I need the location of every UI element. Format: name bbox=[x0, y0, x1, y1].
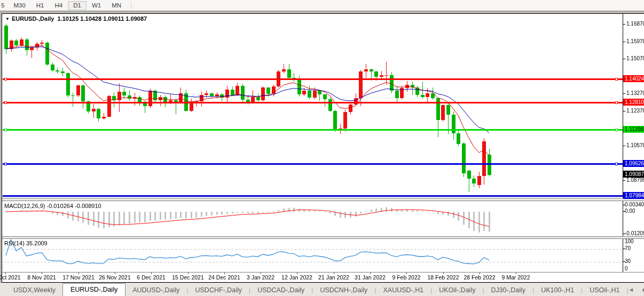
price-axis-label: 1.15070 bbox=[626, 55, 644, 61]
price-axis-label: 1.16870 bbox=[626, 21, 644, 27]
line-handle[interactable] bbox=[4, 78, 7, 81]
chart-ohlc-values: 1.10125 1.10428 1.09011 1.09087 bbox=[58, 15, 147, 22]
macd-axis-label: 0.0034080 bbox=[625, 202, 644, 207]
line-handle[interactable] bbox=[615, 129, 618, 131]
time-axis-label: 21 Jan 2022 bbox=[318, 274, 349, 281]
timeframe-button-w1[interactable]: W1 bbox=[87, 1, 106, 10]
price-axis-tick bbox=[623, 42, 625, 42]
pane-splitter[interactable] bbox=[2, 236, 644, 239]
price-axis-tick bbox=[623, 146, 625, 146]
price-axis-label: 1.15970 bbox=[626, 38, 644, 44]
chart-title: ▼EURUSD-,Daily 1.10125 1.10428 1.09011 1… bbox=[5, 15, 147, 22]
time-axis-label: 18 Feb 2022 bbox=[428, 274, 459, 281]
tab-scroll-right-button[interactable]: ► bbox=[642, 286, 644, 293]
timeframe-button-mn[interactable]: MN bbox=[106, 1, 127, 10]
line-handle[interactable] bbox=[615, 101, 618, 104]
timeframe-button-h1[interactable]: H1 bbox=[31, 1, 50, 10]
timeframe-toolbar: 5M30H1H4D1W1MN bbox=[0, 0, 644, 11]
tab-usdchf-daily[interactable]: USDCHF-,Daily bbox=[189, 285, 249, 296]
chart-symbol-label: EURUSD-,Daily bbox=[12, 15, 54, 22]
tab-scroll-arrows: ◄► bbox=[629, 286, 644, 296]
timeframe-button-h4[interactable]: H4 bbox=[49, 1, 68, 10]
rsi-axis-label: 100 bbox=[625, 238, 634, 244]
time-axis-label: 6 Dec 2021 bbox=[137, 274, 166, 281]
price-axis-tick bbox=[623, 93, 625, 94]
support-resistance-line[interactable] bbox=[3, 102, 623, 103]
line-handle[interactable] bbox=[4, 163, 7, 165]
rsi-axis-label: 0 bbox=[625, 266, 628, 271]
price-axis-tick bbox=[623, 111, 625, 111]
tab-usoil-h1[interactable]: USOil-,H1 bbox=[583, 285, 626, 296]
price-axis-label: 1.12370 bbox=[626, 108, 644, 114]
macd-axis-label: -0.0120500 bbox=[625, 230, 644, 236]
chart-window bbox=[2, 13, 644, 283]
tab-audusd-daily[interactable]: AUDUSD-,Daily bbox=[125, 285, 186, 296]
pane-splitter[interactable] bbox=[2, 198, 644, 201]
tab-usdcnh-daily[interactable]: USDCNH-,Daily bbox=[313, 285, 374, 296]
price-axis-label: 1.10570 bbox=[626, 142, 644, 148]
price-level-badge: 1.12810 bbox=[623, 99, 644, 106]
time-axis-label: 24 Dec 2021 bbox=[208, 274, 240, 281]
symbol-dropdown-icon[interactable]: ▼ bbox=[5, 17, 10, 21]
tab-ukoil-daily[interactable]: UKOil-,Daily bbox=[432, 285, 482, 296]
price-axis-tick bbox=[623, 59, 625, 59]
tab-scroll-left-button[interactable]: ◄ bbox=[629, 286, 634, 293]
time-axis-label: 31 Jan 2022 bbox=[355, 274, 386, 281]
price-level-badge: 1.07984 bbox=[623, 192, 644, 199]
time-axis-label: 12 Jan 2022 bbox=[281, 274, 312, 281]
time-axis-label: 29 Oct 2021 bbox=[0, 274, 21, 281]
time-axis[interactable]: 29 Oct 20218 Nov 202117 Nov 202126 Nov 2… bbox=[2, 273, 644, 282]
price-level-badge: 1.09626 bbox=[623, 160, 644, 167]
time-axis-label: 28 Feb 2022 bbox=[464, 274, 496, 281]
line-handle[interactable] bbox=[615, 163, 618, 165]
time-axis-label: 3 Jan 2022 bbox=[247, 274, 274, 281]
time-axis-label: 15 Dec 2021 bbox=[172, 274, 204, 281]
macd-axis-label: 0.00 bbox=[625, 208, 635, 214]
mt4-application: { "toolbar": { "timeframes": [ {"label":… bbox=[0, 0, 644, 296]
support-resistance-line[interactable] bbox=[3, 163, 623, 165]
rsi-axis-label: 70 bbox=[625, 245, 631, 251]
macd-values: -0.010264 -0.008910 bbox=[46, 203, 101, 209]
time-axis-label: 8 Nov 2021 bbox=[27, 274, 56, 281]
rsi-axis-label: 30 bbox=[625, 258, 631, 264]
price-axis-label: 1.13270 bbox=[626, 90, 644, 96]
tab-uk100-h1[interactable]: UK100-,H1 bbox=[534, 285, 581, 296]
tab-dj30-daily[interactable]: DJ30-,Daily bbox=[484, 285, 533, 296]
rsi-value: 35.2009 bbox=[26, 240, 48, 246]
time-axis-label: 9 Feb 2022 bbox=[392, 274, 420, 281]
timeframe-button-d1[interactable]: D1 bbox=[68, 1, 87, 10]
price-axis-label: 1.08795 bbox=[626, 177, 644, 183]
chart-canvas[interactable] bbox=[3, 14, 623, 273]
macd-header: MACD(12,26,9) -0.010264 -0.008910 bbox=[4, 203, 101, 209]
toolbar-separator bbox=[131, 2, 131, 10]
tab-usdx-weekly[interactable]: USDX,Weekly bbox=[6, 285, 62, 296]
tab-eurusd-daily[interactable]: EURUSD-,Daily bbox=[62, 283, 125, 296]
price-axis-tick bbox=[623, 180, 625, 181]
timeframe-button-m30[interactable]: M30 bbox=[8, 1, 30, 10]
price-level-badge: 1.14024 bbox=[623, 75, 644, 82]
time-axis-label: 9 Mar 2022 bbox=[501, 274, 530, 281]
macd-title: MACD(12,26,9) bbox=[4, 203, 45, 209]
price-level-badge: 1.11398 bbox=[623, 126, 644, 133]
support-resistance-line[interactable] bbox=[3, 129, 623, 131]
line-handle[interactable] bbox=[4, 129, 7, 131]
time-axis-label: 26 Nov 2021 bbox=[99, 274, 131, 281]
line-handle[interactable] bbox=[4, 101, 7, 104]
tab-xauusd-h1[interactable]: XAUUSD-,H1 bbox=[376, 285, 430, 296]
price-axis-tick bbox=[623, 24, 625, 25]
support-resistance-line[interactable] bbox=[3, 78, 623, 80]
line-handle[interactable] bbox=[615, 78, 618, 81]
timeframe-button-5[interactable]: 5 bbox=[0, 1, 8, 10]
support-resistance-line[interactable] bbox=[3, 195, 623, 197]
rsi-title: RSI(14) bbox=[4, 240, 25, 246]
current-price-badge: 1.09087 bbox=[623, 171, 644, 178]
chart-tab-bar: USDX,WeeklyEURUSD-,DailyAUDUSD-,Daily|US… bbox=[0, 283, 644, 296]
tab-usdcad-daily[interactable]: USDCAD-,Daily bbox=[250, 285, 311, 296]
time-axis-label: 17 Nov 2021 bbox=[62, 274, 95, 281]
rsi-header: RSI(14) 35.2009 bbox=[4, 240, 48, 246]
